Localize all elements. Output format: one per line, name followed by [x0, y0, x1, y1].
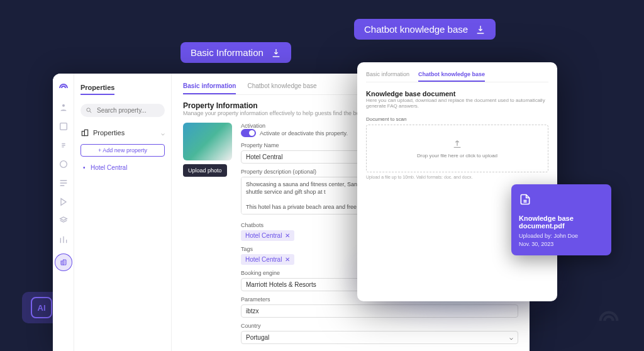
parameters-input[interactable]	[241, 304, 518, 318]
tab-chatbot-kb[interactable]: Chatbot knowledge base	[247, 82, 316, 94]
kb-tab-basic[interactable]: Basic information	[366, 71, 409, 82]
svg-rect-6	[82, 131, 84, 136]
property-thumbnail	[183, 123, 232, 160]
chevron-down-icon: ⌵	[509, 334, 513, 341]
nav-icon-7[interactable]	[58, 216, 69, 226]
kb-tab-kb[interactable]: Chatbot knowledge base	[418, 71, 485, 82]
svg-point-0	[62, 104, 65, 107]
svg-rect-1	[60, 123, 67, 130]
tab-basic-information[interactable]: Basic information	[183, 82, 236, 94]
file-name: Knowledge base document.pdf	[519, 214, 604, 230]
svg-rect-3	[61, 261, 64, 265]
upload-icon	[452, 139, 462, 149]
file-uploader: Uploaded by: John Doe	[519, 232, 604, 240]
chatbot-chip[interactable]: Hotel Central ✕	[241, 230, 294, 241]
kb-subtitle: Here you can upload, download and replac…	[366, 98, 548, 109]
search-icon	[86, 107, 92, 114]
nav-icon-8[interactable]	[58, 235, 69, 245]
kb-pill[interactable]: Chatbot knowledge base	[354, 19, 496, 40]
kb-doc-label: Document to scan	[366, 116, 548, 122]
kb-window: Basic information Chatbot knowledge base…	[357, 62, 557, 301]
nav-icon-4[interactable]	[58, 159, 69, 169]
nav-icon-2[interactable]	[58, 121, 69, 131]
sidebar: Properties Properties ⌵ + Add new proper…	[74, 74, 172, 351]
nav-icon-5[interactable]	[58, 178, 69, 188]
svg-point-2	[60, 161, 67, 168]
pill-label: Basic Information	[191, 47, 264, 58]
sidebar-group-label: Properties	[93, 129, 125, 136]
activation-help: Activate or deactivate this property.	[260, 130, 348, 136]
upload-dropzone[interactable]: Drop your file here or click to upload	[366, 125, 548, 172]
nav-icon-properties[interactable]	[55, 254, 72, 271]
kb-title: Knowledge base document	[366, 90, 548, 98]
svg-rect-7	[84, 130, 87, 135]
app-logo[interactable]	[58, 82, 69, 94]
building-icon	[80, 128, 89, 137]
file-card[interactable]: Knowledge base document.pdf Uploaded by:…	[511, 184, 611, 255]
chevron-down-icon: ⌵	[161, 130, 165, 136]
chip-remove-icon[interactable]: ✕	[285, 256, 290, 263]
chip-label: Hotel Central	[245, 256, 282, 263]
ai-icon: AI	[31, 297, 52, 318]
nav-icon-3[interactable]	[58, 140, 69, 150]
download-icon	[475, 25, 486, 35]
download-icon	[271, 48, 281, 58]
country-value: Portugal	[246, 334, 269, 341]
chip-remove-icon[interactable]: ✕	[285, 232, 290, 239]
tag-chip[interactable]: Hotel Central ✕	[241, 254, 294, 265]
file-date: Nov. 30, 2023	[519, 240, 604, 248]
kb-tabs: Basic information Chatbot knowledge base	[366, 71, 548, 82]
sidebar-title: Properties	[80, 84, 114, 95]
search-input[interactable]	[80, 104, 165, 117]
dropzone-text: Drop your file here or click to upload	[417, 153, 497, 159]
basic-info-pill[interactable]: Basic Information	[180, 42, 291, 63]
svg-point-5	[87, 108, 91, 112]
chip-label: Hotel Central	[245, 232, 282, 239]
sidebar-item-hotel-central[interactable]: Hotel Central	[80, 164, 165, 171]
add-property-button[interactable]: + Add new property	[80, 144, 165, 157]
country-label: Country	[241, 323, 518, 329]
file-icon	[519, 192, 531, 207]
upload-photo-button[interactable]: Upload photo	[183, 164, 227, 177]
pill-label: Chatbot knowledge base	[364, 24, 468, 35]
kb-hint: Upload a file up to 10mb. Valid formats:…	[366, 175, 548, 179]
country-select[interactable]: Portugal ⌵	[241, 331, 518, 344]
nav-icon-1[interactable]	[58, 103, 69, 113]
sidebar-group-properties[interactable]: Properties ⌵	[80, 128, 165, 137]
icon-sidebar	[53, 74, 74, 351]
nav-icon-6[interactable]	[58, 197, 69, 207]
activation-toggle[interactable]	[241, 129, 256, 137]
watermark-logo	[596, 308, 621, 333]
